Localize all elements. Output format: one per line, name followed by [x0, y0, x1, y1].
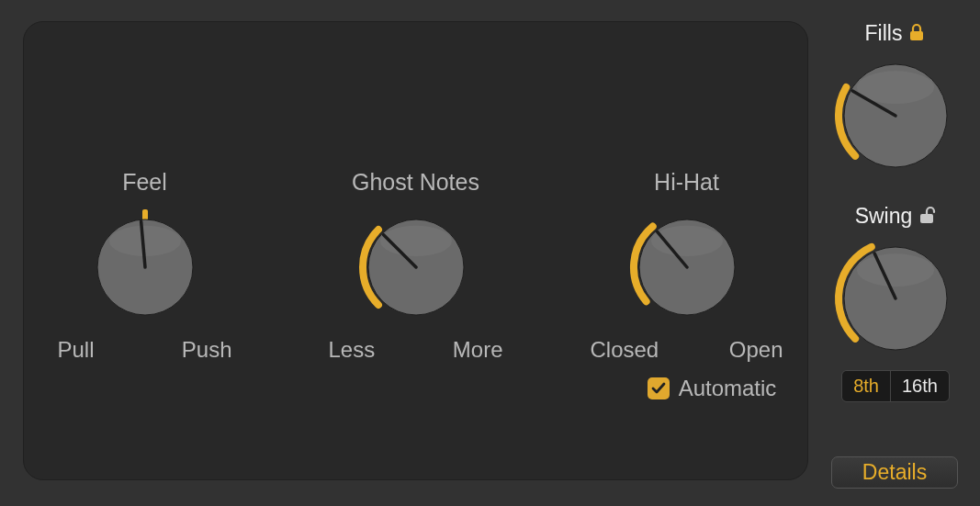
swing-resolution-16th[interactable]: 16th: [890, 371, 949, 401]
ghost-knob[interactable]: [357, 208, 475, 326]
swing-resolution-segmented: 8th16th: [841, 370, 950, 402]
svg-point-8: [651, 226, 723, 256]
svg-rect-10: [910, 31, 923, 40]
feel-title: Feel: [122, 169, 167, 196]
ghost-group: Ghost Notes Less More: [320, 169, 513, 401]
ghost-label-right: More: [453, 337, 503, 363]
ghost-label-left: Less: [329, 337, 376, 363]
svg-rect-14: [920, 214, 933, 223]
feel-knob[interactable]: [86, 208, 204, 326]
swing-group: Swing 8th16th: [833, 204, 958, 402]
unlock-icon[interactable]: [918, 205, 936, 229]
hihat-title: Hi-Hat: [654, 169, 719, 196]
hihat-automatic-checkbox[interactable]: [648, 377, 670, 399]
swing-knob[interactable]: [833, 236, 958, 361]
feel-label-left: Pull: [58, 337, 95, 363]
performance-panel: Feel Pull Push Ghost Notes Less More Hi-…: [23, 21, 808, 480]
feel-label-right: Push: [182, 337, 232, 363]
hihat-label-left: Closed: [591, 337, 659, 363]
ghost-title: Ghost Notes: [352, 169, 479, 196]
lock-icon[interactable]: [907, 22, 926, 46]
swing-resolution-8th[interactable]: 8th: [842, 371, 890, 401]
fills-group: Fills: [833, 21, 958, 178]
feel-group: Feel Pull Push: [49, 169, 242, 401]
hihat-label-right: Open: [729, 337, 783, 363]
details-button[interactable]: Details: [831, 456, 958, 489]
svg-point-16: [857, 253, 934, 287]
swing-title: Swing: [855, 204, 913, 229]
hihat-group: Hi-Hat Closed Open Automatic: [591, 169, 783, 401]
hihat-automatic-label: Automatic: [679, 376, 777, 401]
check-icon: [650, 380, 667, 397]
fills-title: Fills: [865, 21, 903, 46]
hihat-knob[interactable]: [628, 208, 746, 326]
svg-rect-0: [142, 209, 148, 220]
fills-knob[interactable]: [833, 53, 958, 178]
